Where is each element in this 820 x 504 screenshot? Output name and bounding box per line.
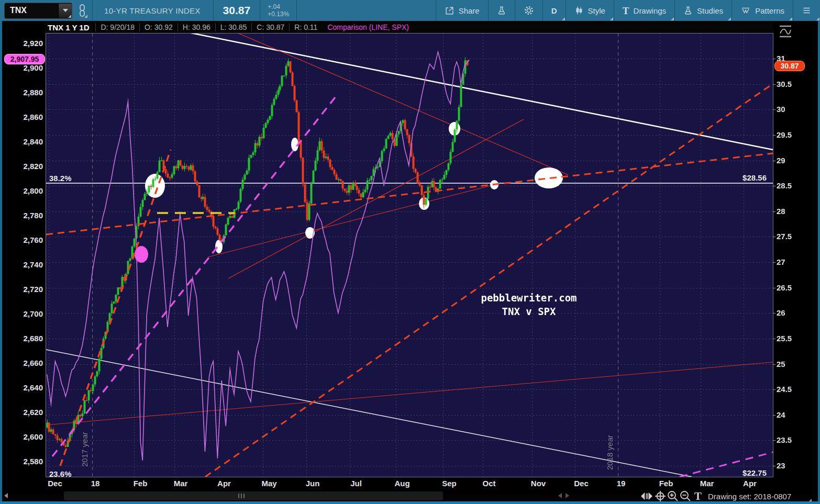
watermark-title: TNX v SPX: [461, 305, 597, 318]
time-axis-label: Aug: [387, 479, 417, 488]
tnx-axis-tick: [773, 135, 775, 136]
spx-axis-tick-label: 2,760: [6, 236, 43, 244]
symbol-input[interactable]: TNX: [5, 6, 58, 15]
comparison-label[interactable]: Comparison (LINE, SPX): [322, 23, 409, 31]
flask-icon: [497, 5, 506, 16]
patterns-button[interactable]: Patterns: [732, 0, 793, 21]
crosshair-button[interactable]: [655, 491, 666, 501]
price-target-low-label: $22.75: [735, 468, 767, 477]
pan-left-icon[interactable]: [558, 493, 562, 498]
pan-arrows-icon: [641, 492, 652, 500]
time-axis-label: Dec: [40, 479, 70, 488]
window-edge: [0, 21, 2, 504]
tnx-axis-tick-label: 23.5: [777, 435, 792, 444]
zoom-out-icon: [680, 490, 691, 502]
pan-right-icon[interactable]: [566, 493, 569, 498]
tnx-axis-tick-label: 30: [777, 105, 785, 114]
time-axis-label: Sep: [435, 479, 464, 488]
tnx-axis-tick: [773, 440, 775, 441]
change-percent: +0.13%: [268, 10, 289, 18]
tnx-axis-tick-label: 30.5: [777, 80, 792, 88]
tnx-axis-tick-label: 23: [777, 461, 785, 470]
tnx-axis-tick-label: 29.5: [777, 130, 792, 139]
spx-axis-tick-label: 2,680: [6, 334, 43, 343]
submenu-indicator-icon: [728, 17, 731, 20]
submenu-indicator-icon: [562, 17, 565, 20]
spx-axis-tick-label: 2,720: [6, 285, 43, 294]
drawings-button[interactable]: T Drawings: [614, 0, 674, 21]
tnx-axis-tick: [773, 84, 775, 85]
resize-grip-icon: [68, 15, 71, 18]
window-edge: [818, 21, 820, 504]
spx-axis-tick-label: 2,740: [6, 260, 43, 269]
tnx-axis-tick: [773, 415, 775, 416]
time-axis-label: 19: [606, 479, 636, 488]
submenu-indicator-icon: [671, 17, 674, 20]
tnx-axis-tick: [773, 364, 775, 365]
time-scrollbar[interactable]: [64, 491, 443, 500]
time-axis-label: Oct: [474, 479, 504, 488]
time-axis-label: Jul: [341, 479, 371, 488]
price-change: +.04 +0.13%: [260, 3, 296, 18]
time-axis-label: Feb: [126, 479, 155, 488]
tnx-axis-tick: [773, 313, 775, 313]
spx-axis-tick-label: 2,900: [6, 63, 43, 72]
header-high: H: 30.96: [178, 23, 215, 31]
share-button[interactable]: Share: [436, 0, 488, 21]
chart-menu-button[interactable]: [793, 0, 820, 21]
zoom-in-icon: [667, 490, 679, 502]
tnx-axis-tick: [773, 186, 775, 186]
spx-axis-tick-label: 2,580: [6, 457, 43, 466]
tnx-axis-tick: [773, 288, 775, 288]
spx-axis-tick-label: 2,880: [6, 88, 43, 97]
spx-axis-tick-label: 2,620: [6, 408, 43, 417]
style-button[interactable]: Style: [566, 0, 614, 21]
chart-link-button[interactable]: [76, 3, 88, 18]
submenu-indicator-icon: [84, 15, 87, 18]
chart-title: TNX 1 Y 1D: [45, 23, 95, 32]
tnx-axis-tick-label: 27.5: [777, 232, 792, 241]
studies-button[interactable]: Studies: [674, 0, 732, 21]
tnx-axis-tick: [773, 109, 775, 110]
header-range: R: 0.11: [289, 23, 322, 31]
zoom-out-button[interactable]: [680, 491, 691, 501]
tnx-axis-tick-label: 29: [777, 156, 785, 165]
drawing-set-label: Drawing set: 2018-0807: [708, 492, 791, 501]
share-icon: [445, 6, 455, 16]
tnx-axis-tick-label: 25: [777, 360, 785, 368]
spx-axis-tick-label: 2,780: [6, 211, 43, 220]
settings-button[interactable]: [515, 0, 542, 21]
onDemand-button[interactable]: [488, 0, 515, 21]
scroll-left-arrow-icon[interactable]: [4, 493, 8, 498]
window-edge: [0, 501, 820, 504]
spx-axis-tick-label: 2,920: [6, 39, 43, 48]
scrollbar-grip[interactable]: [238, 494, 245, 498]
chart-plot-area[interactable]: [46, 33, 773, 477]
spx-axis-tick-label: 2,820: [6, 162, 43, 171]
tnx-axis-tick-label: 24: [777, 410, 785, 419]
zoom-in-button[interactable]: [667, 491, 679, 501]
watermark-site: pebblewriter.com: [461, 291, 597, 305]
timeframe-button[interactable]: D: [542, 0, 566, 21]
time-axis-label: Nov: [524, 479, 553, 488]
auto-scale-button[interactable]: [641, 491, 652, 501]
year-2017-label: 2017 year: [80, 432, 89, 467]
change-value: +.04: [268, 3, 289, 10]
drawing-set-selector[interactable]: Drawing set: 2018-0807: [708, 492, 807, 501]
spx-axis-tick-label: 2,640: [6, 383, 43, 392]
tnx-axis-tick: [773, 389, 775, 390]
expand-chart-icon[interactable]: [778, 24, 793, 39]
tnx-axis-tick: [773, 339, 775, 339]
timeframe-label: D: [551, 6, 557, 15]
chart-header: TNX 1 Y 1D D: 9/20/18 O: 30.92 H: 30.96 …: [45, 22, 773, 32]
tnx-axis-tick-label: 26.5: [777, 283, 792, 292]
tnx-axis-tick-label: 28.5: [777, 181, 792, 190]
symbol-combo[interactable]: TNX: [4, 3, 72, 19]
tnx-axis-tick-label: 25.5: [777, 334, 792, 343]
spx-axis-tick-label: 2,800: [6, 186, 43, 195]
tnx-axis-tick-label: 24.5: [777, 385, 792, 394]
text-note-button[interactable]: T: [692, 491, 704, 501]
tnx-axis-tick: [773, 161, 775, 161]
spx-axis-tick-label: 2,660: [6, 359, 43, 367]
symbol-description: 10-YR TREASURY INDEX: [93, 6, 213, 15]
